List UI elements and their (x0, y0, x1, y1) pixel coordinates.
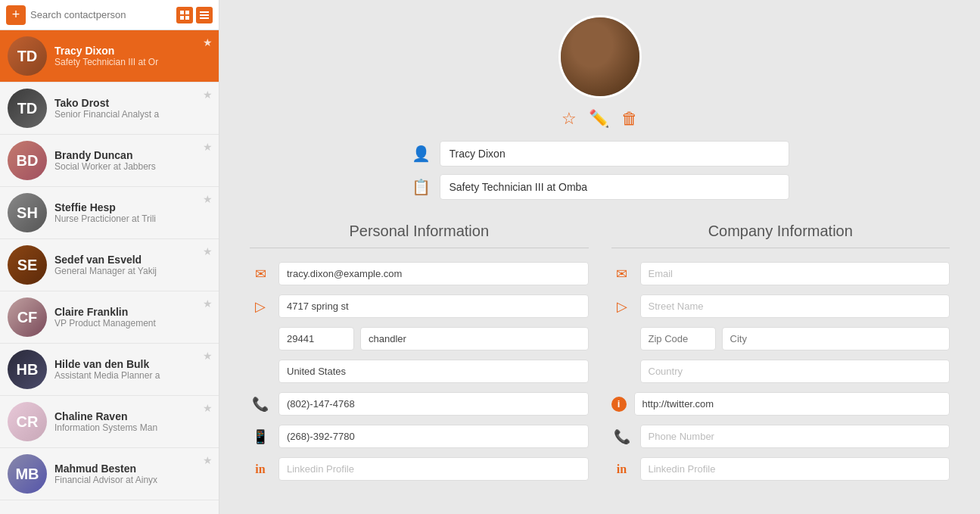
contact-name: Tracy Dixon (54, 45, 211, 57)
contact-avatar: BD (8, 141, 47, 180)
contact-item[interactable]: HBHilde van den BulkAssistant Media Plan… (0, 344, 219, 396)
grid-view-button[interactable] (176, 7, 193, 23)
svg-rect-2 (180, 16, 184, 20)
personal-street-row: ▷ (250, 294, 589, 318)
contact-title: Information Systems Man (54, 422, 211, 433)
svg-rect-3 (185, 16, 189, 20)
contact-item[interactable]: BDBrandy DuncanSocial Worker at Jabbers★ (0, 135, 219, 187)
contact-name: Mahmud Besten (54, 463, 211, 475)
contact-title: Safety Technician III at Or (54, 57, 211, 67)
info-icon: i (611, 397, 627, 412)
favorite-button[interactable]: ☆ (562, 109, 577, 129)
info-sections: Personal Information ✉ ▷ (250, 223, 950, 490)
profile-jobtitle-input[interactable] (440, 174, 789, 200)
company-email-row: ✉ (611, 262, 950, 285)
svg-rect-1 (185, 11, 189, 14)
location-icon: ▷ (250, 298, 271, 315)
contact-title: Senior Financial Analyst a (54, 109, 211, 120)
company-email-input[interactable] (640, 262, 950, 285)
company-section-title: Company Information (611, 223, 950, 240)
company-zip-city-group (640, 327, 950, 350)
contact-avatar: CR (8, 402, 47, 441)
contact-avatar: TD (8, 36, 47, 76)
company-location-icon: ▷ (611, 298, 633, 315)
contact-avatar: SE (8, 245, 47, 285)
personal-linkedin-input[interactable] (278, 457, 589, 481)
avatar (558, 15, 642, 98)
company-linkedin-input[interactable] (640, 457, 950, 481)
company-country-input[interactable] (640, 360, 950, 383)
contact-item[interactable]: SHSteffie HespNurse Practicioner at Tril… (0, 187, 219, 239)
contact-name: Hilde van den Bulk (54, 358, 211, 370)
contact-avatar: MB (8, 454, 47, 494)
contact-star-button[interactable]: ★ (203, 89, 213, 101)
company-street-input[interactable] (640, 294, 950, 318)
contact-avatar: SH (8, 193, 47, 232)
contact-star-button[interactable]: ★ (203, 454, 213, 466)
personal-divider (250, 248, 589, 248)
company-phone-input[interactable] (640, 425, 950, 448)
contact-item[interactable]: SESedef van EsveldGeneral Manager at Yak… (0, 239, 219, 291)
personal-city-input[interactable] (360, 327, 589, 350)
company-zip-input[interactable] (640, 327, 716, 350)
contact-name: Sedef van Esveld (54, 254, 211, 266)
contact-name: Chaline Raven (54, 410, 211, 422)
profile-name-row: 👤 (411, 141, 789, 167)
contact-item[interactable]: MBMahmud BestenFinancial Advisor at Ainy… (0, 448, 219, 500)
contact-star-button[interactable]: ★ (203, 297, 213, 310)
contact-title: Social Worker at Jabbers (54, 161, 211, 172)
phone-icon: 📞 (250, 396, 271, 413)
contact-title: Financial Advisor at Ainyx (54, 475, 211, 485)
add-contact-button[interactable]: + (6, 5, 26, 25)
profile-actions: ☆ ✏️ 🗑 (562, 109, 638, 129)
personal-phone-row: 📞 (250, 392, 589, 416)
company-linkedin-row: in (611, 457, 950, 481)
contact-title: Assistant Media Planner a (54, 370, 211, 381)
personal-zip-input[interactable] (278, 327, 354, 350)
company-phone-row: 📞 (611, 425, 950, 448)
contact-item[interactable]: TDTracy DixonSafety Technician III at Or… (0, 30, 219, 83)
contact-title: VP Product Management (54, 318, 211, 329)
profile-name-input[interactable] (440, 141, 789, 167)
company-website-input[interactable] (634, 392, 950, 416)
edit-button[interactable]: ✏️ (589, 109, 609, 129)
company-zipcity-row (611, 327, 950, 350)
mobile-icon: 📱 (250, 428, 271, 445)
personal-phone-input[interactable] (278, 392, 589, 416)
svg-rect-4 (200, 11, 209, 13)
svg-rect-0 (180, 11, 184, 14)
contact-star-button[interactable]: ★ (203, 402, 213, 414)
company-phone-icon: 📞 (611, 428, 633, 445)
personal-country-input[interactable] (278, 360, 589, 383)
contact-name: Tako Drost (54, 97, 211, 109)
contact-star-button[interactable]: ★ (203, 141, 213, 153)
contact-title: Nurse Practicioner at Trili (54, 213, 211, 224)
personal-zipcity-row (250, 327, 589, 350)
contact-star-button[interactable]: ★ (203, 193, 213, 205)
contact-name: Brandy Duncan (54, 149, 211, 161)
person-icon: 👤 (411, 145, 432, 163)
search-input[interactable] (30, 9, 172, 20)
contact-avatar: TD (8, 89, 47, 128)
contact-avatar: CF (8, 297, 47, 337)
linkedin-icon: in (250, 463, 271, 476)
personal-email-input[interactable] (278, 262, 589, 285)
contact-name: Steffie Hesp (54, 201, 211, 213)
personal-mobile-input[interactable] (278, 425, 589, 448)
company-city-input[interactable] (722, 327, 950, 350)
contact-item[interactable]: TDTako DrostSenior Financial Analyst a★ (0, 83, 219, 135)
delete-button[interactable]: 🗑 (621, 109, 638, 129)
personal-email-row: ✉ (250, 262, 589, 285)
contact-name: Claire Franklin (54, 306, 211, 318)
contact-item[interactable]: CFClaire FranklinVP Product Management★ (0, 291, 219, 344)
contact-star-button[interactable]: ★ (203, 245, 213, 257)
contact-item[interactable]: CRChaline RavenInformation Systems Man★ (0, 396, 219, 448)
list-view-button[interactable] (196, 7, 213, 23)
profile-header: ☆ ✏️ 🗑 👤 📋 (250, 15, 950, 207)
view-toggle (176, 7, 213, 23)
personal-linkedin-row: in (250, 457, 589, 481)
profile-jobtitle-row: 📋 (411, 174, 789, 200)
personal-street-input[interactable] (278, 294, 589, 318)
contact-star-button[interactable]: ★ (203, 350, 213, 362)
contact-star-button[interactable]: ★ (203, 36, 213, 48)
